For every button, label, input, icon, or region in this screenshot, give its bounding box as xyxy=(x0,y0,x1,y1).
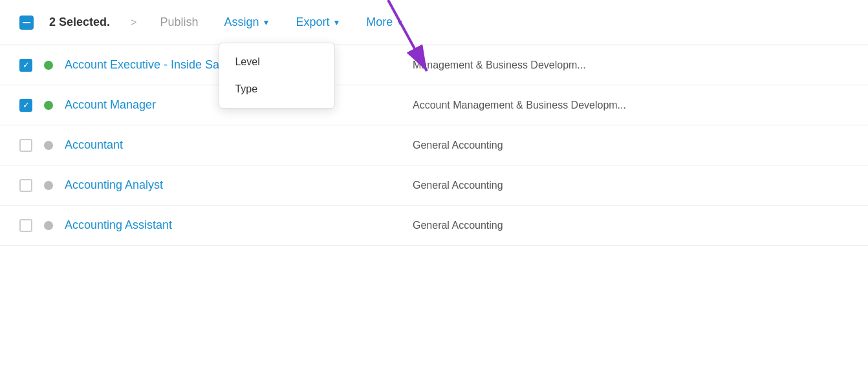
assign-dropdown-container: Assign ▼ Level Type xyxy=(219,12,275,33)
status-dot-4 xyxy=(44,181,53,190)
more-caret-icon: ▼ xyxy=(396,18,404,27)
assign-caret-icon: ▼ xyxy=(262,18,270,27)
chevron-right-icon: > xyxy=(131,17,136,28)
row-category-4: General Accounting xyxy=(413,180,503,191)
dropdown-item-level[interactable]: Level xyxy=(219,48,334,76)
row-title-4[interactable]: Accounting Analyst xyxy=(65,178,272,192)
more-label: More xyxy=(366,16,393,29)
table: Account Executive - Inside SalesManageme… xyxy=(0,45,868,246)
assign-label: Assign xyxy=(224,16,259,29)
table-row: Account Executive - Inside SalesManageme… xyxy=(0,45,868,85)
select-all-checkbox[interactable] xyxy=(19,16,34,30)
row-checkbox-5[interactable] xyxy=(19,219,32,232)
toolbar: 2 Selected. > Publish Assign ▼ Level Typ… xyxy=(0,0,868,45)
status-dot-3 xyxy=(44,141,53,150)
table-row: Account ManagerAccount Management & Busi… xyxy=(0,85,868,125)
row-checkbox-2[interactable] xyxy=(19,99,32,112)
row-checkbox-4[interactable] xyxy=(19,179,32,192)
more-button[interactable]: More ▼ xyxy=(361,12,409,33)
selected-count: 2 Selected. xyxy=(49,16,110,29)
row-title-3[interactable]: Accountant xyxy=(65,138,272,152)
table-row: AccountantGeneral Accounting xyxy=(0,125,868,165)
assign-dropdown-menu: Level Type xyxy=(219,43,335,109)
row-checkbox-1[interactable] xyxy=(19,59,32,72)
publish-button[interactable]: Publish xyxy=(155,12,203,33)
row-category-1: Management & Business Developm... xyxy=(413,59,586,71)
status-dot-5 xyxy=(44,221,53,230)
row-category-3: General Accounting xyxy=(413,140,503,151)
status-dot-1 xyxy=(44,61,53,70)
row-category-5: General Accounting xyxy=(413,220,503,231)
table-row: Accounting AnalystGeneral Accounting xyxy=(0,165,868,206)
status-dot-2 xyxy=(44,101,53,110)
assign-button[interactable]: Assign ▼ xyxy=(219,12,275,33)
dropdown-item-type[interactable]: Type xyxy=(219,76,334,103)
row-title-5[interactable]: Accounting Assistant xyxy=(65,218,272,232)
export-label: Export xyxy=(296,16,329,29)
export-caret-icon: ▼ xyxy=(332,18,340,27)
row-category-2: Account Management & Business Developm..… xyxy=(413,100,626,111)
table-row: Accounting AssistantGeneral Accounting xyxy=(0,206,868,246)
export-button[interactable]: Export ▼ xyxy=(290,12,345,33)
row-checkbox-3[interactable] xyxy=(19,139,32,152)
